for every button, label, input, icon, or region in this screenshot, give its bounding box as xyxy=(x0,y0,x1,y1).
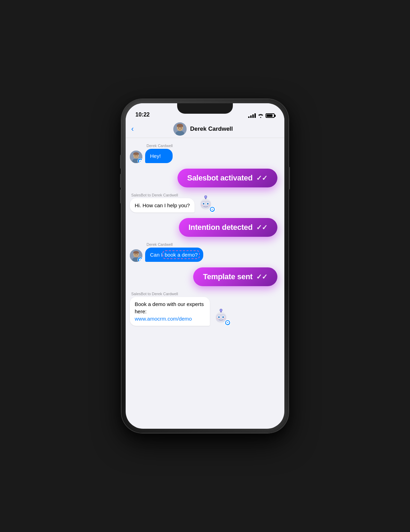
svg-point-33 xyxy=(137,254,137,255)
signal-bars-icon xyxy=(248,113,256,118)
status-icons xyxy=(248,113,275,118)
status-badge-activated: Salesbot activated ✓✓ xyxy=(130,169,280,187)
svg-point-24 xyxy=(207,203,208,204)
messenger-badge-large-icon xyxy=(209,206,215,212)
svg-point-37 xyxy=(220,309,222,311)
message-bubble-container: SalesBot to Derek Cardwell Hi. How can I… xyxy=(130,193,195,212)
messenger-logo-icon xyxy=(139,160,142,163)
avatar-image xyxy=(173,122,187,136)
badge-text: Salesbot activated xyxy=(187,174,253,183)
message-row: Derek Cardwell Can I book a demo? xyxy=(130,242,280,262)
message-sender: SalesBot to Derek Cardwell xyxy=(130,292,210,296)
phone-device: 10:22 xyxy=(121,99,289,433)
checkmarks-icon: ✓✓ xyxy=(256,223,268,232)
message-bubble: Hey! xyxy=(145,149,173,163)
svg-point-43 xyxy=(219,317,219,317)
status-time: 10:22 xyxy=(135,112,150,118)
message-bubble-container: Derek Cardwell Can I book a demo? xyxy=(145,242,203,262)
wifi-icon xyxy=(258,114,263,118)
svg-point-25 xyxy=(201,204,203,206)
signal-bar-1 xyxy=(248,116,250,118)
messenger-logo-icon-2 xyxy=(139,258,142,261)
message-sender: Derek Cardwell xyxy=(145,242,203,247)
messenger-logo-large-icon xyxy=(211,208,214,211)
signal-bar-3 xyxy=(252,114,254,118)
avatar xyxy=(130,151,142,163)
svg-point-6 xyxy=(181,127,182,128)
message-row: Derek Cardwell Hey! xyxy=(130,144,280,163)
bot-avatar xyxy=(197,194,215,212)
bot-avatar-2 xyxy=(213,308,231,326)
svg-point-13 xyxy=(137,155,137,156)
contact-info: Derek Cardwell xyxy=(127,122,279,136)
battery-fill xyxy=(267,114,273,117)
signal-bar-2 xyxy=(250,115,252,118)
message-row: SalesBot to Derek Cardwell Hi. How can I… xyxy=(130,193,280,212)
message-bubble-demo: Can I book a demo? xyxy=(145,248,203,262)
svg-point-26 xyxy=(208,204,210,206)
badge-pill: Intention detected ✓✓ xyxy=(179,218,277,237)
highlighted-text: book a demo? xyxy=(163,250,200,259)
phone-screen: 10:22 xyxy=(126,103,284,429)
messenger-badge-large-icon-2 xyxy=(224,320,231,326)
battery-icon xyxy=(266,113,275,118)
svg-point-12 xyxy=(135,155,135,156)
status-badge-template: Template sent ✓✓ xyxy=(130,267,280,286)
message-bubble-container: Derek Cardwell Hey! xyxy=(145,144,173,163)
message-text: Can I book a demo? xyxy=(150,252,198,258)
message-bubble: Book a demo with our experts here:www.am… xyxy=(130,297,210,326)
svg-point-46 xyxy=(223,318,226,319)
badge-pill: Template sent ✓✓ xyxy=(193,267,277,286)
nav-header: ‹ xyxy=(126,120,284,138)
status-badge-intention: Intention detected ✓✓ xyxy=(130,218,280,237)
messenger-badge-icon xyxy=(137,257,142,262)
svg-rect-4 xyxy=(177,126,183,127)
message-text: Book a demo with our experts here:www.am… xyxy=(135,301,204,322)
badge-pill: Salesbot activated ✓✓ xyxy=(178,169,277,187)
svg-point-5 xyxy=(179,127,179,128)
svg-rect-11 xyxy=(133,154,139,155)
messenger-badge-icon xyxy=(137,158,142,163)
badge-text: Template sent xyxy=(203,272,252,281)
svg-point-44 xyxy=(223,317,223,317)
phone-notch xyxy=(177,103,233,114)
demo-link[interactable]: www.amocrm.com/demo xyxy=(135,316,192,322)
avatar xyxy=(130,249,142,262)
checkmarks-icon: ✓✓ xyxy=(256,174,268,182)
svg-point-32 xyxy=(135,254,135,255)
svg-point-17 xyxy=(205,196,207,198)
message-bubble-container: SalesBot to Derek Cardwell Book a demo w… xyxy=(130,292,210,326)
message-row: SalesBot to Derek Cardwell Book a demo w… xyxy=(130,292,280,326)
chat-area[interactable]: Derek Cardwell Hey! Salesbot activated ✓… xyxy=(126,138,284,429)
message-text: Hi. How can I help you? xyxy=(135,202,190,208)
message-text: Hey! xyxy=(150,153,161,159)
signal-bar-4 xyxy=(254,113,256,118)
svg-point-23 xyxy=(203,203,204,204)
checkmarks-icon: ✓✓ xyxy=(256,273,268,281)
message-sender: SalesBot to Derek Cardwell xyxy=(130,193,195,197)
messenger-logo-large-icon-2 xyxy=(226,321,229,324)
contact-avatar xyxy=(173,122,187,136)
svg-rect-31 xyxy=(133,252,139,253)
svg-point-45 xyxy=(216,318,219,319)
message-sender: Derek Cardwell xyxy=(145,144,173,148)
contact-name: Derek Cardwell xyxy=(190,126,233,132)
message-bubble: Hi. How can I help you? xyxy=(130,198,195,212)
badge-text: Intention detected xyxy=(189,223,253,232)
